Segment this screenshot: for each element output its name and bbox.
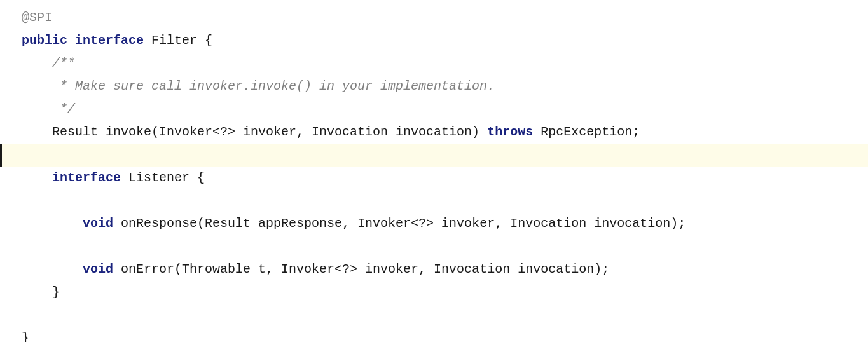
- token-rpcexception: RpcException;: [533, 125, 640, 139]
- line-gutter-2: [0, 29, 9, 52]
- line-content-1: @SPI: [9, 6, 868, 29]
- line-content-13: }: [9, 281, 868, 304]
- code-line-8: interface Listener {: [0, 167, 868, 189]
- code-line-12: void onError(Throwable t, Invoker<?> inv…: [0, 258, 868, 281]
- token-interface-listener: interface: [52, 170, 121, 185]
- token-throws: throws: [487, 125, 533, 139]
- line-content-15: }: [9, 327, 868, 342]
- line-content-11: [9, 235, 868, 258]
- line-gutter-4: [0, 75, 9, 98]
- token-comment-close: */: [22, 102, 75, 116]
- line-gutter-12: [0, 258, 9, 281]
- line-gutter-7: [0, 144, 9, 167]
- token-blank-14: [22, 308, 29, 322]
- token-result-invoke: Result invoke(Invoker<?> invoker, Invoca…: [22, 125, 487, 139]
- line-content-14: [9, 304, 868, 327]
- token-close-filter: }: [22, 331, 29, 342]
- token-void-onresponse: void: [83, 216, 113, 231]
- line-content-12: void onError(Throwable t, Invoker<?> inv…: [9, 258, 868, 281]
- token-indent-10: [22, 216, 83, 231]
- token-comment-open: /**: [22, 56, 75, 71]
- line-gutter-9: [0, 189, 9, 212]
- line-gutter-13: [0, 281, 9, 304]
- line-gutter-1: [0, 6, 9, 29]
- token-comment-body: * Make sure call invoker.invoke() in you…: [22, 79, 495, 93]
- token-close-listener: }: [22, 285, 60, 299]
- line-content-7: [9, 144, 868, 167]
- code-line-2: public interface Filter {: [0, 29, 868, 52]
- code-editor: @SPI public interface Filter { /** * Mak…: [0, 0, 868, 342]
- line-content-9: [9, 189, 868, 212]
- token-listener: Listener {: [121, 170, 205, 185]
- code-line-1: @SPI: [0, 6, 868, 29]
- token-indent-8: [22, 170, 52, 185]
- code-line-11: [0, 235, 868, 258]
- line-gutter-11: [0, 235, 9, 258]
- line-gutter-6: [0, 121, 9, 144]
- token-filter: Filter {: [144, 33, 212, 48]
- token-blank-9: [22, 193, 29, 208]
- token-space: [67, 33, 75, 48]
- cursor-indicator: [0, 144, 2, 167]
- line-gutter-15: [0, 327, 9, 342]
- line-gutter-10: [0, 212, 9, 235]
- token-onresponse: onResponse(Result appResponse, Invoker<?…: [113, 216, 685, 231]
- token-blank: [22, 147, 29, 162]
- token-void-onerror: void: [83, 262, 113, 277]
- line-content-4: * Make sure call invoker.invoke() in you…: [9, 75, 868, 98]
- code-line-7: [0, 144, 868, 167]
- line-gutter-5: [0, 98, 9, 121]
- token-public: public: [22, 33, 67, 48]
- line-content-8: interface Listener {: [9, 167, 868, 189]
- token-indent-12: [22, 262, 83, 277]
- code-line-15: }: [0, 327, 868, 342]
- line-content-5: */: [9, 98, 868, 121]
- line-content-2: public interface Filter {: [9, 29, 868, 52]
- line-gutter-14: [0, 304, 9, 327]
- line-gutter-8: [0, 167, 9, 189]
- line-content-3: /**: [9, 52, 868, 75]
- line-content-6: Result invoke(Invoker<?> invoker, Invoca…: [9, 121, 868, 144]
- token-blank-11: [22, 239, 29, 254]
- token-onerror: onError(Throwable t, Invoker<?> invoker,…: [113, 262, 609, 277]
- code-line-9: [0, 189, 868, 212]
- line-content-10: void onResponse(Result appResponse, Invo…: [9, 212, 868, 235]
- code-line-14: [0, 304, 868, 327]
- code-line-3: /**: [0, 52, 868, 75]
- token-annotation: @SPI: [22, 10, 52, 25]
- code-line-13: }: [0, 281, 868, 304]
- token-interface: interface: [75, 33, 144, 48]
- code-line-6: Result invoke(Invoker<?> invoker, Invoca…: [0, 121, 868, 144]
- code-line-10: void onResponse(Result appResponse, Invo…: [0, 212, 868, 235]
- code-line-4: * Make sure call invoker.invoke() in you…: [0, 75, 868, 98]
- code-line-5: */: [0, 98, 868, 121]
- line-gutter-3: [0, 52, 9, 75]
